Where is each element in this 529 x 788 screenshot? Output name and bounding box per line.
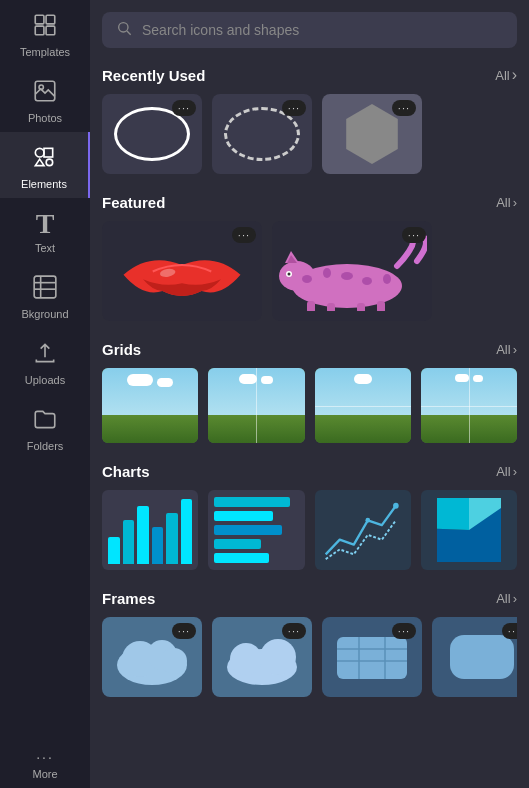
svg-rect-26 — [307, 301, 315, 311]
grids-title: Grids — [102, 341, 141, 358]
svg-rect-10 — [34, 276, 56, 298]
list-item[interactable] — [421, 490, 517, 570]
bar — [123, 520, 135, 564]
svg-point-33 — [365, 518, 370, 523]
pie-chart — [437, 498, 501, 562]
svg-point-25 — [383, 274, 391, 284]
cloud-shape — [127, 374, 153, 386]
list-item[interactable]: ··· — [322, 94, 422, 174]
sidebar-item-background[interactable]: Bkground — [0, 262, 90, 328]
svg-rect-28 — [357, 303, 365, 311]
background-icon — [32, 274, 58, 304]
hbar-chart — [214, 496, 298, 564]
text-icon: T — [36, 210, 55, 238]
search-input[interactable] — [142, 22, 503, 38]
grid-divider — [256, 368, 257, 443]
charts-all[interactable]: All › — [496, 464, 517, 479]
sidebar-item-label-folders: Folders — [27, 440, 64, 452]
svg-rect-29 — [377, 301, 385, 311]
list-item[interactable] — [208, 368, 304, 443]
item-dots-badge[interactable]: ··· — [402, 227, 426, 243]
sidebar-item-text[interactable]: T Text — [0, 198, 90, 262]
search-bar[interactable] — [102, 12, 517, 48]
svg-point-31 — [288, 273, 291, 276]
item-dots-badge[interactable]: ··· — [232, 227, 256, 243]
svg-rect-0 — [35, 15, 44, 24]
cloud-shape — [239, 374, 257, 384]
grids-header: Grids All › — [102, 341, 517, 358]
list-item[interactable]: ··· — [432, 617, 517, 697]
sidebar-item-photos[interactable]: Photos — [0, 66, 90, 132]
sidebar-item-label-text: Text — [35, 242, 55, 254]
list-item[interactable] — [102, 490, 198, 570]
svg-point-6 — [35, 148, 44, 157]
list-item[interactable]: ··· — [102, 617, 202, 697]
svg-point-24 — [362, 277, 372, 285]
main-content: Recently Used All › ··· ··· ··· Featured… — [90, 0, 529, 788]
item-dots-badge[interactable]: ··· — [392, 623, 416, 639]
item-dots-badge[interactable]: ··· — [392, 100, 416, 116]
svg-point-14 — [119, 23, 128, 32]
sidebar-item-elements[interactable]: Elements — [0, 132, 90, 198]
list-item[interactable]: ··· — [322, 617, 422, 697]
chevron-right-icon: › — [512, 66, 517, 84]
list-item[interactable] — [102, 368, 198, 443]
hbar — [214, 539, 260, 549]
charts-header: Charts All › — [102, 463, 517, 480]
folders-icon — [32, 406, 58, 436]
list-item[interactable] — [208, 490, 304, 570]
featured-all[interactable]: All › — [496, 195, 517, 210]
item-dots-badge[interactable]: ··· — [172, 623, 196, 639]
item-dots-badge[interactable]: ··· — [282, 100, 306, 116]
sidebar-item-label-elements: Elements — [21, 178, 67, 190]
cloud-shape — [455, 374, 469, 382]
chevron-right-icon: › — [513, 342, 517, 357]
svg-point-23 — [341, 272, 353, 280]
bar — [108, 537, 120, 564]
sidebar-item-uploads[interactable]: Uploads — [0, 328, 90, 394]
grids-row — [102, 368, 517, 443]
sidebar-item-templates[interactable]: Templates — [0, 0, 90, 66]
grid-sky — [315, 368, 411, 415]
item-dots-badge[interactable]: ··· — [172, 100, 196, 116]
list-item[interactable]: ··· — [272, 221, 432, 321]
list-item[interactable] — [315, 368, 411, 443]
sidebar-item-more[interactable]: ··· More — [0, 738, 90, 788]
featured-title: Featured — [102, 194, 165, 211]
chevron-right-icon: › — [513, 195, 517, 210]
list-item[interactable] — [421, 368, 517, 443]
frames-title: Frames — [102, 590, 155, 607]
recently-used-all[interactable]: All › — [495, 66, 517, 84]
svg-rect-44 — [337, 637, 407, 679]
item-dots-badge[interactable]: ··· — [282, 623, 306, 639]
leopard-shape — [277, 231, 427, 311]
charts-row — [102, 490, 517, 570]
frames-row: ··· ··· ··· ·· — [102, 617, 517, 697]
hbar — [214, 497, 290, 507]
hbar — [214, 525, 281, 535]
item-dots-badge[interactable]: ··· — [502, 623, 517, 639]
list-item[interactable] — [315, 490, 411, 570]
charts-title: Charts — [102, 463, 150, 480]
bar — [166, 513, 178, 564]
sidebar: Templates Photos Elements T Text — [0, 0, 90, 788]
recently-used-row: ··· ··· ··· — [102, 94, 517, 174]
frames-all[interactable]: All › — [496, 591, 517, 606]
list-item[interactable]: ··· — [102, 94, 202, 174]
grids-all[interactable]: All › — [496, 342, 517, 357]
chevron-right-icon: › — [513, 591, 517, 606]
hbar — [214, 511, 273, 521]
list-item[interactable]: ··· — [102, 221, 262, 321]
sidebar-item-folders[interactable]: Folders — [0, 394, 90, 460]
photos-icon — [32, 78, 58, 108]
grid-ground — [102, 415, 198, 443]
bar — [137, 506, 149, 564]
svg-rect-7 — [44, 148, 53, 157]
list-item[interactable]: ··· — [212, 617, 312, 697]
recently-used-header: Recently Used All › — [102, 66, 517, 84]
svg-rect-1 — [46, 15, 55, 24]
list-item[interactable]: ··· — [212, 94, 312, 174]
svg-point-42 — [230, 643, 262, 675]
svg-point-40 — [161, 648, 187, 674]
search-icon — [116, 20, 132, 40]
